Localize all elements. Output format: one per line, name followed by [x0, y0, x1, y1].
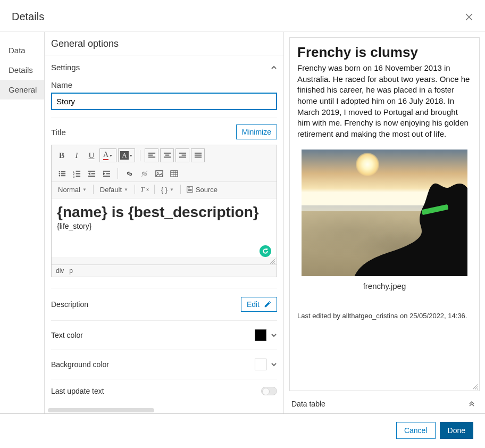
svg-rect-32 [106, 173, 110, 174]
underline-icon[interactable]: U [85, 148, 98, 162]
unlink-icon[interactable] [137, 167, 151, 180]
indent-icon[interactable] [99, 167, 113, 180]
editor-element-path: div p [52, 264, 277, 277]
svg-rect-15 [61, 171, 65, 172]
settings-label: Settings [51, 63, 80, 72]
svg-point-16 [58, 173, 60, 174]
svg-rect-21 [76, 170, 80, 171]
svg-rect-44 [188, 189, 191, 189]
pencil-icon [264, 301, 271, 308]
data-table-section-toggle[interactable]: Data table [289, 396, 480, 413]
edit-description-button[interactable]: Edit [241, 297, 277, 312]
paragraph-format-dropdown[interactable]: Normal▼ [55, 185, 90, 195]
svg-rect-4 [148, 156, 155, 157]
source-button[interactable]: Source [184, 185, 220, 195]
text-color-label: Text color [51, 331, 83, 339]
source-icon [186, 186, 194, 193]
path-p[interactable]: p [69, 267, 73, 275]
background-color-picker[interactable] [255, 359, 277, 370]
svg-rect-37 [170, 170, 177, 176]
svg-point-36 [157, 172, 158, 173]
bold-icon[interactable]: B [55, 148, 69, 162]
editor-heading-text: {name} is {best_description} [57, 204, 271, 221]
tab-data[interactable]: Data [0, 40, 44, 60]
svg-rect-19 [61, 175, 65, 176]
path-div[interactable]: div [56, 267, 64, 275]
svg-rect-12 [194, 154, 201, 155]
bullet-list-icon[interactable] [55, 167, 69, 180]
font-dropdown[interactable]: Default▼ [97, 185, 131, 195]
grammarly-icon[interactable] [260, 245, 271, 257]
tab-general[interactable]: General [0, 80, 44, 99]
editor-resize-handle[interactable] [52, 257, 277, 264]
bg-color-icon[interactable]: A▼ [118, 148, 135, 162]
align-justify-icon[interactable] [191, 148, 205, 162]
svg-rect-2 [148, 152, 155, 153]
svg-rect-29 [88, 176, 95, 177]
description-label: Description [51, 300, 88, 309]
last-update-toggle[interactable] [261, 387, 277, 395]
svg-rect-35 [155, 170, 162, 176]
horizontal-scrollbar[interactable] [48, 408, 154, 412]
font-color-icon[interactable]: A▼ [99, 148, 116, 162]
text-color-picker[interactable] [255, 329, 277, 341]
svg-rect-25 [76, 176, 80, 177]
align-right-icon[interactable] [175, 148, 189, 162]
cancel-button[interactable]: Cancel [396, 422, 436, 439]
title-label: Title [51, 128, 66, 137]
svg-rect-11 [194, 152, 201, 153]
card-resize-handle[interactable] [473, 384, 478, 389]
outdent-icon[interactable] [85, 167, 98, 180]
preview-body: Frenchy was born on 16 November 2013 in … [297, 63, 472, 140]
name-label: Name [51, 77, 277, 93]
svg-text:3: 3 [73, 175, 74, 178]
left-tab-list: Data Details General [0, 32, 45, 413]
image-icon[interactable] [152, 167, 166, 180]
svg-rect-30 [103, 170, 110, 171]
chevron-down-icon [271, 332, 277, 338]
chevron-down-icon [271, 361, 277, 368]
dialog-title: Details [12, 11, 44, 23]
link-icon[interactable] [122, 167, 136, 180]
chevron-up-icon [271, 64, 277, 71]
image-caption: frenchy.jpeg [297, 281, 472, 291]
align-center-icon[interactable] [160, 148, 174, 162]
svg-rect-17 [61, 173, 65, 174]
settings-section-toggle[interactable]: Settings [51, 55, 277, 77]
name-input[interactable] [51, 93, 277, 110]
numbered-list-icon[interactable]: 123 [70, 167, 83, 180]
general-options-heading: General options [45, 32, 283, 55]
minimize-button[interactable]: Minimize [236, 125, 277, 139]
data-table-label: Data table [291, 400, 325, 408]
svg-marker-31 [103, 172, 105, 175]
preview-heading: Frenchy is clumsy [297, 44, 472, 61]
svg-rect-3 [148, 154, 152, 155]
svg-rect-13 [194, 156, 201, 157]
done-button[interactable]: Done [440, 422, 473, 439]
double-chevron-up-icon [468, 400, 475, 408]
editor-body-text: {life_story} [57, 222, 271, 230]
align-left-icon[interactable] [145, 148, 158, 162]
svg-point-18 [58, 175, 60, 176]
fields-dropdown[interactable]: { }▼ [158, 185, 177, 195]
italic-icon[interactable]: I [70, 148, 83, 162]
close-icon[interactable] [465, 13, 473, 21]
svg-rect-26 [88, 170, 95, 171]
svg-rect-8 [179, 152, 186, 153]
toolbar-separator [118, 168, 118, 179]
last-edited-text: Last edited by allthatgeo_cristina on 25… [297, 312, 472, 320]
tab-details[interactable]: Details [0, 60, 44, 80]
bg-color-swatch [255, 359, 266, 370]
toolbar-separator [140, 150, 140, 161]
svg-point-14 [58, 171, 60, 172]
svg-rect-6 [165, 154, 169, 155]
editor-toolbar: B I U A▼ A▼ 123 [52, 145, 277, 182]
svg-rect-33 [103, 176, 110, 177]
svg-rect-28 [91, 173, 95, 174]
table-icon[interactable] [167, 167, 181, 180]
clear-formatting-icon[interactable]: Tx [138, 184, 151, 195]
title-editor-body[interactable]: {name} is {best_description} {life_story… [52, 198, 277, 257]
text-color-swatch [255, 329, 266, 341]
svg-rect-10 [179, 156, 186, 157]
svg-marker-27 [88, 172, 90, 175]
